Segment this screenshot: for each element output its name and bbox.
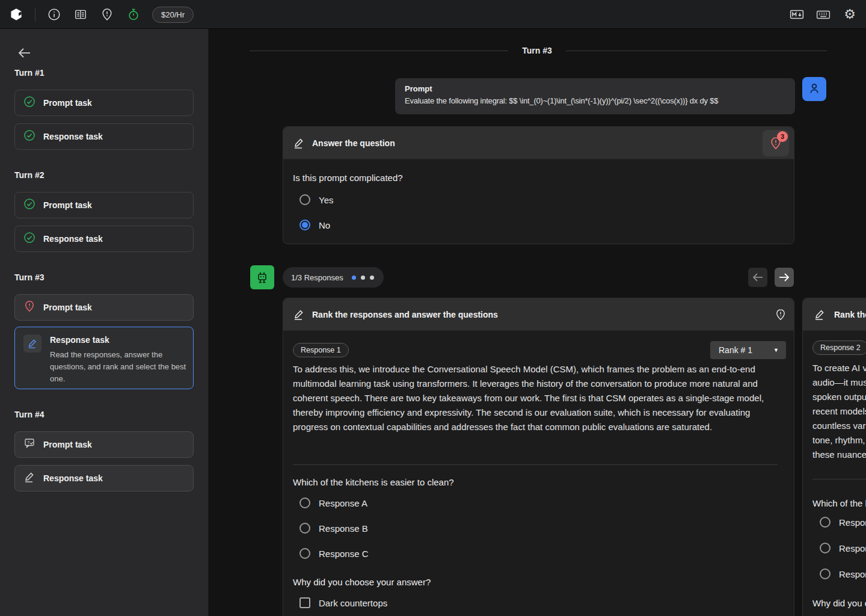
task-label: Response task (43, 473, 103, 483)
radio-response-c[interactable] (299, 548, 310, 559)
timer-icon[interactable] (126, 7, 141, 22)
sidebar-item-turn4-prompt-task[interactable]: ? Prompt task (14, 431, 194, 458)
user-icon (806, 81, 822, 98)
news-icon[interactable] (73, 7, 88, 22)
pencil-icon (23, 334, 41, 353)
next-response-arrow-button[interactable] (775, 268, 794, 287)
sidebar: Turn #1 Prompt task Response task Turn #… (0, 29, 209, 616)
pencil-icon (23, 471, 35, 485)
back-arrow-icon[interactable] (16, 46, 32, 61)
settings-gear-icon[interactable]: ⚙ (842, 7, 858, 22)
keyboard-icon[interactable] (815, 7, 831, 22)
checkbox-dark-countertops[interactable] (299, 597, 310, 608)
radio-response-a-label: Response A (839, 517, 866, 528)
radio-response-b-label: Response B (839, 543, 866, 553)
answer-question-card: Answer the question 3 Is this prompt com… (283, 126, 794, 244)
prompt-card: Prompt Evaluate the following integral: … (395, 78, 795, 114)
check-circle-icon (23, 129, 35, 144)
answer-card-header: Answer the question 3 (283, 127, 794, 159)
radio-response-a-label: Response A (319, 498, 367, 508)
turn-2-heading: Turn #2 (14, 170, 45, 180)
sidebar-item-turn3-response-task-selected[interactable]: Response task Read the responses, answer… (14, 327, 194, 389)
task-description: Read the responses, answer the questions… (50, 349, 187, 385)
rank-card-title: Rank the responses and answer the questi… (312, 298, 498, 331)
task-label: Response task (43, 234, 103, 244)
response-text-line: recent models (812, 404, 866, 419)
response-text-line: spoken output (812, 390, 866, 404)
radio-yes[interactable] (299, 194, 310, 205)
issue-pin-button[interactable]: 3 (763, 130, 789, 156)
previous-response-arrow-button[interactable] (748, 268, 767, 287)
sidebar-item-turn2-prompt-task[interactable]: Prompt task (14, 192, 194, 218)
response-text-line: To create AI voice (812, 361, 866, 375)
turn-1-heading: Turn #1 (14, 68, 45, 78)
divider (293, 464, 778, 465)
user-avatar-button[interactable] (802, 77, 826, 101)
question-kitchens: Which of the kitchens is easier to clean… (812, 498, 866, 508)
topbar: $20/Hr ⚙ (0, 0, 866, 29)
check-circle-icon (23, 96, 35, 110)
radio-no-label: No (319, 220, 330, 230)
radio-yes-label: Yes (319, 195, 333, 205)
pin-alert-icon[interactable] (99, 7, 115, 22)
rank-dropdown-value: Rank # 1 (719, 345, 752, 355)
pin-alert-icon (23, 300, 35, 315)
task-label: Response task (50, 335, 109, 345)
response-dot-2[interactable] (361, 276, 365, 280)
response-dot-3[interactable] (370, 276, 374, 280)
info-icon[interactable] (46, 7, 62, 22)
issue-count-badge: 3 (777, 131, 788, 142)
app-logo-icon (8, 7, 24, 22)
robot-icon-button[interactable] (250, 265, 274, 289)
hourly-rate-badge[interactable]: $20/Hr (152, 7, 194, 23)
answer-card-title: Answer the question (312, 127, 395, 159)
response-text-line: countless vari (812, 419, 866, 433)
main-content: Turn #3 Prompt Evaluate the following in… (209, 29, 866, 616)
task-label: Prompt task (43, 98, 92, 108)
task-label: Response task (43, 132, 103, 141)
sidebar-item-turn1-prompt-task[interactable]: Prompt task (14, 90, 194, 116)
turn-header-line-left (250, 51, 508, 51)
radio-response-c-label: Response C (839, 569, 866, 579)
question-why: Why did you choose your answer? (812, 598, 866, 608)
pencil-icon (293, 137, 305, 152)
radio-response-a[interactable] (299, 497, 310, 508)
rank-dropdown[interactable]: Rank # 1 ▼ (710, 341, 786, 359)
rank-card-response-2: Rank the responses and answer the questi… (802, 298, 866, 616)
sidebar-item-turn1-response-task[interactable]: Response task (14, 123, 194, 150)
divider (812, 479, 866, 479)
radio-response-b[interactable] (820, 543, 831, 553)
sidebar-item-turn3-prompt-task[interactable]: Prompt task (14, 294, 194, 321)
radio-response-a[interactable] (820, 517, 831, 528)
question-bubble-icon: ? (23, 437, 35, 452)
responses-counter-label: 1/3 Responses (291, 273, 343, 282)
markdown-icon[interactable] (789, 7, 805, 22)
response-number-badge: Response 2 (812, 340, 866, 355)
checkbox-dark-countertops-label: Dark countertops (319, 598, 387, 608)
response-text: To address this, we introduce the Conver… (293, 362, 778, 434)
rank-card-header: Rank the responses and answer the questi… (803, 298, 866, 331)
radio-response-c[interactable] (820, 568, 831, 579)
radio-response-c-label: Response C (319, 549, 369, 559)
radio-no[interactable] (299, 220, 310, 230)
response-dot-1[interactable] (352, 276, 356, 280)
pin-outline-icon[interactable] (775, 309, 787, 323)
rank-card-response-1: Rank the responses and answer the questi… (283, 298, 794, 616)
response-text-line: tone, rhythm, (812, 433, 865, 448)
sidebar-item-turn4-response-task[interactable]: Response task (14, 465, 194, 491)
chevron-down-icon: ▼ (773, 347, 779, 353)
response-text-line: these nuances (812, 448, 866, 462)
answer-card-question: Is this prompt complicated? (293, 173, 403, 183)
turn-header-title: Turn #3 (507, 46, 567, 55)
turn-3-heading: Turn #3 (14, 273, 45, 282)
sidebar-item-turn2-response-task[interactable]: Response task (14, 226, 194, 252)
check-circle-icon (23, 232, 35, 246)
radio-response-b[interactable] (299, 523, 310, 534)
svg-text:?: ? (27, 440, 30, 445)
task-label: Prompt task (43, 440, 92, 449)
rank-card-header: Rank the responses and answer the questi… (283, 298, 794, 331)
responses-counter-pill: 1/3 Responses (283, 267, 384, 288)
radio-response-b-label: Response B (319, 523, 368, 534)
turn-4-heading: Turn #4 (14, 410, 45, 419)
rank-card-title: Rank the responses and answer the questi… (834, 298, 866, 331)
